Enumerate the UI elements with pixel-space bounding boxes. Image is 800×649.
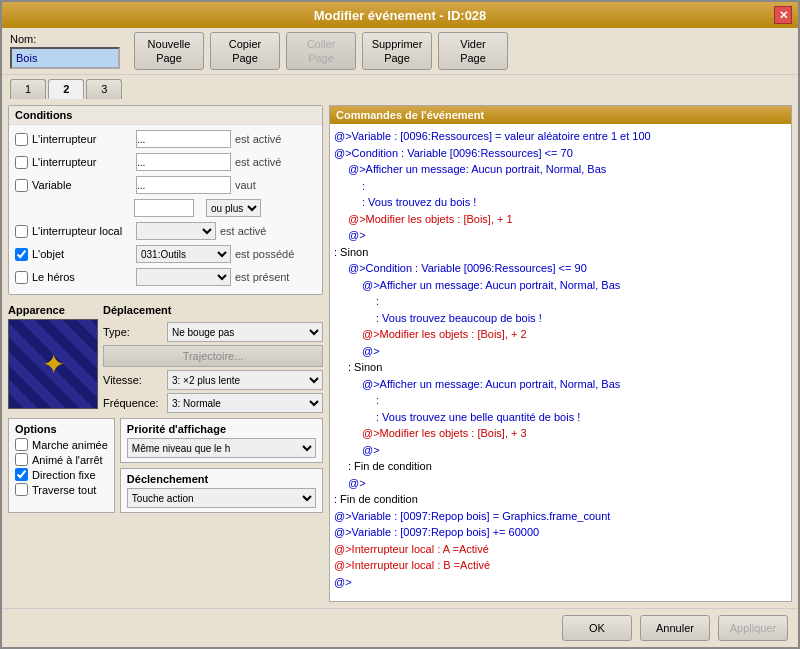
command-item: : Vous trouvez une belle quantité de boi… (334, 409, 787, 426)
traverse-tout-label: Traverse tout (32, 484, 96, 496)
interrupteur2-input[interactable] (136, 153, 231, 171)
command-item: @>Modifier les objets : [Bois], + 1 (334, 211, 787, 228)
type-label: Type: (103, 326, 163, 338)
command-text: @>Modifier les objets : [Bois], + 3 (362, 427, 527, 439)
condition-row-2: L'interrupteur est activé (15, 152, 316, 172)
conditions-section: Conditions L'interrupteur est activé L'i… (8, 105, 323, 295)
command-text: @> (348, 229, 366, 241)
close-button[interactable]: ✕ (774, 6, 792, 24)
command-item: @> (334, 574, 787, 591)
variable-input[interactable] (136, 176, 231, 194)
bottom-row: Options Marche animée Animé à l'arrêt Di… (8, 418, 323, 513)
command-item: @> (334, 442, 787, 459)
interrupteur2-checkbox[interactable] (15, 156, 28, 169)
interrupteur-local-checkbox[interactable] (15, 225, 28, 238)
variable-value-input[interactable] (134, 199, 194, 217)
speed-select[interactable]: 3: ×2 plus lente (167, 370, 323, 390)
tab-2[interactable]: 2 (48, 79, 84, 99)
objet-select[interactable]: 031:Outils (136, 245, 231, 263)
variable-checkbox[interactable] (15, 179, 28, 192)
command-text: @>Variable : [0097:Repop bois] += 60000 (334, 526, 539, 538)
interrupteur-local-select[interactable] (136, 222, 216, 240)
command-item: : Fin de condition (334, 491, 787, 508)
command-text: @>Modifier les objets : [Bois], + 2 (362, 328, 527, 340)
appearance-move-row: Apparence ✦ Déplacement Type: Ne bouge p… (8, 304, 323, 413)
interrupteur-local-suffix: est activé (220, 225, 266, 237)
command-text: : (376, 295, 379, 307)
supprimer-page-button[interactable]: SupprimerPage (362, 32, 432, 70)
command-text: @>Variable : [0097:Repop bois] = Graphic… (334, 510, 610, 522)
name-input[interactable] (10, 47, 120, 69)
coller-page-button[interactable]: CollerPage (286, 32, 356, 70)
heros-checkbox[interactable] (15, 271, 28, 284)
copier-page-button[interactable]: CopierPage (210, 32, 280, 70)
options-title: Options (15, 423, 108, 435)
condition-row-5: L'interrupteur local est activé (15, 221, 316, 241)
variable-label: Variable (32, 179, 132, 191)
appearance-preview[interactable]: ✦ (8, 319, 98, 409)
footer: OK Annuler Appliquer (2, 608, 798, 647)
nouvelle-page-button[interactable]: NouvellePage (134, 32, 204, 70)
priority-title: Priorité d'affichage (127, 423, 316, 435)
command-text: : Vous trouvez une belle quantité de boi… (376, 411, 580, 423)
command-text: : Fin de condition (334, 493, 418, 505)
command-item: @>Afficher un message: Aucun portrait, N… (334, 277, 787, 294)
declenchement-select[interactable]: Touche action (127, 488, 316, 508)
speed-row: Vitesse: 3: ×2 plus lente (103, 370, 323, 390)
condition-row-7: Le héros est présent (15, 267, 316, 287)
command-item: @>Interrupteur local : A =Activé (334, 541, 787, 558)
appliquer-button[interactable]: Appliquer (718, 615, 788, 641)
freq-label: Fréquence: (103, 397, 163, 409)
interrupteur1-input[interactable] (136, 130, 231, 148)
command-item: : Vous trouvez beaucoup de bois ! (334, 310, 787, 327)
command-text: @>Afficher un message: Aucun portrait, N… (362, 378, 620, 390)
tab-3[interactable]: 3 (86, 79, 122, 99)
left-panel: Conditions L'interrupteur est activé L'i… (8, 105, 323, 602)
traverse-tout-checkbox[interactable] (15, 483, 28, 496)
condition-row-1: L'interrupteur est activé (15, 129, 316, 149)
option-traverse: Traverse tout (15, 483, 108, 496)
option-anime: Animé à l'arrêt (15, 453, 108, 466)
marche-animee-checkbox[interactable] (15, 438, 28, 451)
command-item: @>Modifier les objets : [Bois], + 3 (334, 425, 787, 442)
command-item: @>Variable : [0097:Repop bois] = Graphic… (334, 508, 787, 525)
annuler-button[interactable]: Annuler (640, 615, 710, 641)
tab-1[interactable]: 1 (10, 79, 46, 99)
variable-compare-select[interactable]: ou plus (206, 199, 261, 217)
heros-select[interactable] (136, 268, 231, 286)
objet-label: L'objet (32, 248, 132, 260)
command-text: @>Condition : Variable [0096:Ressources]… (334, 147, 573, 159)
speed-label: Vitesse: (103, 374, 163, 386)
command-item: @> (334, 227, 787, 244)
interrupteur1-label: L'interrupteur (32, 133, 132, 145)
trajectoire-button[interactable]: Trajectoire... (103, 345, 323, 367)
priority-select[interactable]: Même niveau que le h (127, 438, 316, 458)
options-section: Options Marche animée Animé à l'arrêt Di… (8, 418, 115, 513)
command-text: @>Modifier les objets : [Bois], + 1 (348, 213, 513, 225)
command-text: @>Interrupteur local : B =Activé (334, 559, 490, 571)
command-text: : Sinon (334, 246, 368, 258)
freq-row: Fréquence: 3: Normale (103, 393, 323, 413)
interrupteur1-checkbox[interactable] (15, 133, 28, 146)
tabs-bar: 1 2 3 (2, 75, 798, 99)
command-text: : (376, 394, 379, 406)
condition-row-3: Variable vaut (15, 175, 316, 195)
commands-list[interactable]: @>Variable : [0096:Ressources] = valeur … (330, 124, 791, 601)
vider-page-button[interactable]: ViderPage (438, 32, 508, 70)
anime-arret-checkbox[interactable] (15, 453, 28, 466)
command-item: @>Afficher un message: Aucun portrait, N… (334, 161, 787, 178)
objet-checkbox[interactable] (15, 248, 28, 261)
name-label: Nom: (10, 33, 120, 45)
appearance-section: Apparence ✦ (8, 304, 98, 413)
variable-suffix: vaut (235, 179, 256, 191)
type-select[interactable]: Ne bouge pas (167, 322, 323, 342)
appearance-title: Apparence (8, 304, 98, 316)
command-item: : (334, 293, 787, 310)
command-item: : (334, 178, 787, 195)
condition-row-6: L'objet 031:Outils est possédé (15, 244, 316, 264)
ok-button[interactable]: OK (562, 615, 632, 641)
direction-fixe-checkbox[interactable] (15, 468, 28, 481)
freq-select[interactable]: 3: Normale (167, 393, 323, 413)
conditions-title: Conditions (9, 106, 322, 125)
appearance-pattern: ✦ (9, 320, 97, 408)
